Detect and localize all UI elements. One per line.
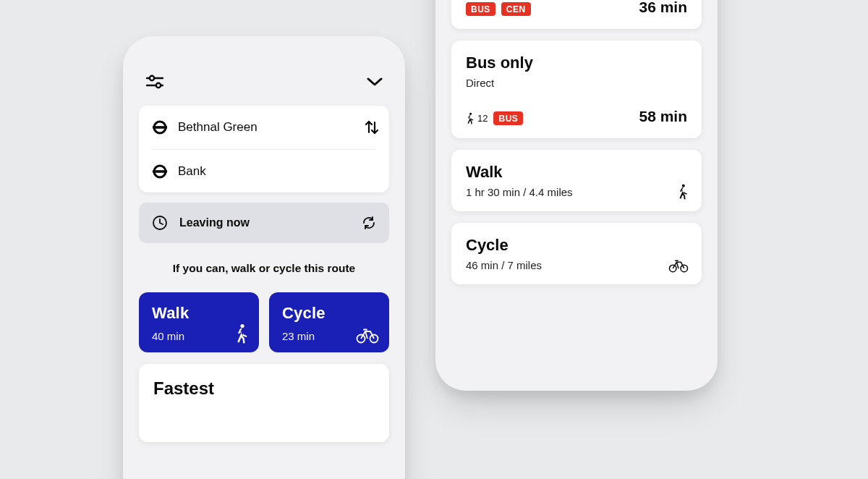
bus-only-pills: 12 BUS — [466, 111, 523, 125]
bus-only-time: 58 min — [639, 108, 687, 125]
cycle-chip-title: Cycle — [282, 304, 376, 323]
active-travel-chips: Walk 40 min Cycle 23 min — [139, 292, 389, 352]
cycle-icon — [356, 328, 379, 344]
leaving-now-bar[interactable]: Leaving now — [139, 203, 389, 243]
route-card-walk[interactable]: Walk 1 hr 30 min / 4.4 miles — [451, 150, 702, 211]
chevron-down-icon[interactable] — [366, 77, 383, 87]
svg-point-11 — [240, 324, 244, 328]
svg-rect-7 — [153, 170, 167, 173]
cycle-card-subtitle: 46 min / 7 miles — [466, 259, 687, 271]
swap-icon[interactable] — [365, 119, 379, 136]
leaving-label: Leaving now — [179, 216, 250, 229]
walk-minutes: 12 — [477, 113, 488, 124]
from-to-card: Bethnal Green Bank — [139, 106, 389, 192]
phone-results: BUS CEN 36 min Bus only Direct — [435, 0, 718, 391]
route-pills: BUS CEN — [466, 2, 531, 16]
roundel-icon — [152, 164, 168, 179]
walk-chip-title: Walk — [152, 304, 246, 323]
route-card-bus-cen[interactable]: BUS CEN 36 min — [451, 0, 702, 29]
pill-bus: BUS — [493, 111, 523, 125]
pill-bus: BUS — [466, 2, 495, 16]
bus-only-subtitle: Direct — [466, 77, 687, 89]
from-row[interactable]: Bethnal Green — [152, 106, 376, 149]
bus-only-title: Bus only — [466, 54, 687, 72]
roundel-icon — [152, 119, 168, 135]
svg-line-14 — [365, 331, 367, 339]
top-bar — [139, 64, 389, 106]
svg-rect-5 — [153, 126, 167, 129]
settings-sliders-icon[interactable] — [145, 74, 165, 90]
fastest-card[interactable]: Fastest — [139, 364, 389, 442]
advice-text: If you can, walk or cycle this route — [139, 262, 389, 275]
route-card-cycle[interactable]: Cycle 46 min / 7 miles — [451, 223, 702, 284]
svg-point-16 — [469, 113, 472, 115]
route-card-bus-only[interactable]: Bus only Direct 12 — [451, 41, 702, 138]
walk-icon — [234, 323, 249, 344]
clock-icon — [152, 215, 168, 231]
to-row[interactable]: Bank — [152, 149, 376, 192]
cycle-icon — [668, 259, 689, 273]
refresh-icon[interactable] — [362, 216, 376, 230]
svg-point-19 — [681, 265, 688, 272]
svg-line-20 — [676, 262, 678, 268]
svg-point-17 — [682, 185, 685, 187]
fastest-heading: Fastest — [153, 378, 375, 399]
walk-chip-time: 40 min — [152, 330, 246, 342]
svg-point-1 — [150, 76, 154, 80]
to-label: Bank — [178, 164, 206, 179]
route-time: 36 min — [639, 0, 687, 16]
svg-point-18 — [669, 265, 676, 272]
pill-cen: CEN — [501, 2, 531, 16]
walk-icon — [677, 184, 689, 200]
walk-card-subtitle: 1 hr 30 min / 4.4 miles — [466, 186, 687, 198]
from-label: Bethnal Green — [178, 120, 258, 135]
phone-journey-input: Bethnal Green Bank — [123, 36, 405, 479]
walk-icon — [466, 112, 475, 124]
walk-chip[interactable]: Walk 40 min — [139, 292, 259, 352]
cycle-card-title: Cycle — [466, 236, 687, 255]
cycle-chip[interactable]: Cycle 23 min — [269, 292, 389, 352]
walk-segment: 12 — [466, 112, 488, 124]
walk-card-title: Walk — [466, 163, 687, 182]
svg-point-3 — [156, 83, 161, 88]
